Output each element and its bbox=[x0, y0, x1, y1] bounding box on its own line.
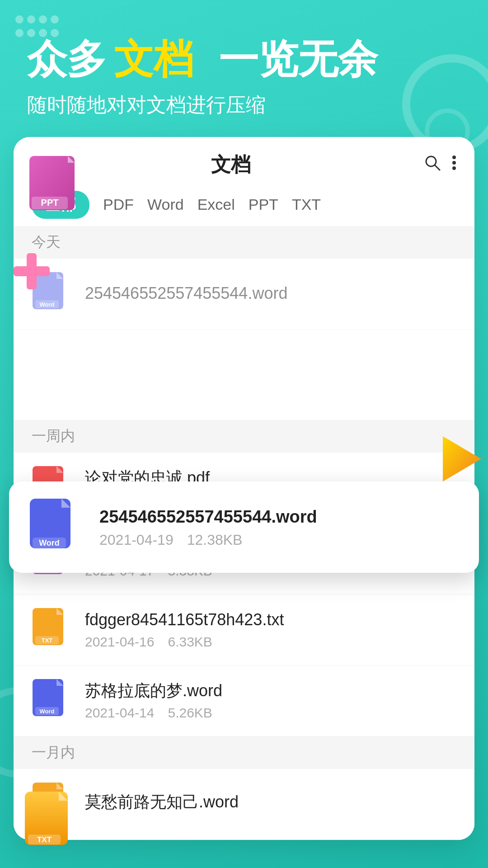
floating-file-date: 2021-04-19 bbox=[99, 532, 174, 548]
tab-excel[interactable]: Excel bbox=[197, 192, 235, 217]
svg-point-8 bbox=[452, 161, 456, 165]
txt-float-icon: TXT bbox=[23, 789, 77, 854]
file-name: fdgger84541165t78h423.txt bbox=[85, 609, 456, 631]
plus-icon bbox=[14, 253, 50, 289]
hero-subtitle: 随时随地对对文档进行压缩 bbox=[27, 91, 461, 119]
floating-file-info: 254546552557455544.word 2021-04-19 12.38… bbox=[99, 506, 459, 548]
svg-text:TXT: TXT bbox=[42, 637, 53, 644]
file-info: 苏格拉底的梦.word 2021-04-14 5.26KB bbox=[85, 680, 456, 721]
hero-title: 众多文档 一览无余 bbox=[27, 36, 461, 82]
file-date: 2021-04-14 bbox=[85, 705, 154, 721]
svg-line-6 bbox=[435, 165, 440, 170]
file-date: 2021-04-16 bbox=[85, 634, 154, 650]
floating-file-card[interactable]: Word 254546552557455544.word 2021-04-19 … bbox=[9, 481, 479, 573]
floating-file-icon: Word bbox=[29, 498, 83, 557]
card-actions bbox=[424, 154, 456, 175]
file-icon-txt: TXT bbox=[32, 607, 72, 652]
svg-text:PPT: PPT bbox=[41, 198, 59, 208]
svg-point-7 bbox=[452, 156, 456, 159]
section-today: 今天 bbox=[14, 226, 474, 259]
ppt-float-icon: PPT bbox=[27, 149, 86, 219]
file-name: 254546552557455544.word bbox=[85, 283, 456, 304]
tab-word[interactable]: Word bbox=[147, 192, 184, 217]
svg-text:Word: Word bbox=[40, 301, 55, 308]
hero-title-highlight: 文档 bbox=[114, 36, 193, 82]
file-info: fdgger84541165t78h423.txt 2021-04-16 6.3… bbox=[85, 609, 456, 650]
tab-txt[interactable]: TXT bbox=[292, 192, 321, 217]
file-info: 254546552557455544.word bbox=[85, 283, 456, 304]
play-triangle-icon bbox=[438, 434, 483, 486]
hero-title-part1: 众多 bbox=[27, 36, 107, 82]
floating-file-name: 254546552557455544.word bbox=[99, 506, 459, 528]
file-icon-word-2: Word bbox=[32, 678, 72, 723]
table-row[interactable]: TXT 莫愁前路无知己.word bbox=[14, 769, 474, 840]
file-meta: 2021-04-16 6.33KB bbox=[85, 634, 456, 650]
file-size: 6.33KB bbox=[168, 634, 212, 650]
file-name: 苏格拉底的梦.word bbox=[85, 680, 456, 702]
svg-point-9 bbox=[452, 166, 456, 170]
hero-section: 众多文档 一览无余 随时随地对对文档进行压缩 bbox=[0, 0, 488, 137]
table-row[interactable]: Word 苏格拉底的梦.word 2021-04-14 5.26KB bbox=[14, 665, 474, 736]
file-name: 莫愁前路无知己.word bbox=[85, 792, 456, 813]
svg-text:TXT: TXT bbox=[37, 835, 52, 844]
section-week: 一周内 bbox=[14, 420, 474, 453]
hero-title-part2: 一览无余 bbox=[219, 36, 378, 82]
table-row[interactable]: TXT fdgger84541165t78h423.txt 2021-04-16… bbox=[14, 594, 474, 665]
file-info: 莫愁前路无知己.word bbox=[85, 792, 456, 816]
file-size: 5.26KB bbox=[168, 705, 212, 721]
tab-ppt[interactable]: PPT bbox=[249, 192, 278, 217]
more-icon[interactable] bbox=[452, 154, 456, 175]
svg-text:Word: Word bbox=[40, 708, 55, 715]
floating-file-size: 12.38KB bbox=[187, 532, 243, 548]
tab-pdf[interactable]: PDF bbox=[103, 192, 134, 217]
table-row[interactable]: Word 254546552557455544.word bbox=[14, 259, 474, 330]
svg-marker-4 bbox=[443, 436, 481, 481]
floating-spacer bbox=[14, 330, 474, 420]
search-icon[interactable] bbox=[424, 154, 441, 175]
floating-file-meta: 2021-04-19 12.38KB bbox=[99, 532, 459, 548]
section-month: 一月内 bbox=[14, 736, 474, 769]
svg-text:Word: Word bbox=[39, 538, 60, 547]
card-title: 文档 bbox=[211, 151, 251, 178]
file-meta: 2021-04-14 5.26KB bbox=[85, 705, 456, 721]
